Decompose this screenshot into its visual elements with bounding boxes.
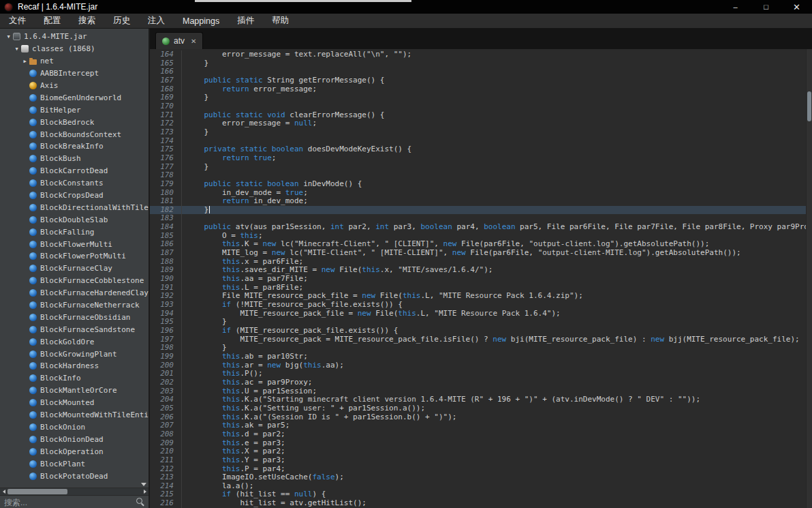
- chevron-down-icon[interactable]: ▼: [4, 34, 13, 40]
- tree-item-net[interactable]: ▶net: [0, 55, 149, 68]
- tree-item-blockbreakinfo[interactable]: BlockBreakInfo: [0, 140, 149, 153]
- code-line[interactable]: 208 this.d = par2;: [150, 430, 812, 439]
- code-line[interactable]: 193 if (!MITE_resource_pack_file.exists(…: [150, 301, 812, 310]
- tree-item-blockoniondead[interactable]: BlockOnionDead: [0, 433, 149, 445]
- code-line[interactable]: 216 hit_list = atv.getHitList();: [150, 499, 812, 508]
- tree-item-blockcarrotdead[interactable]: BlockCarrotDead: [0, 165, 149, 177]
- code-line[interactable]: 187 MITE_log = new lc("MITE-Client", " […: [150, 249, 812, 258]
- menu-file[interactable]: 文件: [0, 14, 35, 29]
- tree-item-biomegenunderworld[interactable]: BiomeGenUnderworld: [0, 91, 149, 104]
- code-line[interactable]: 207 this.ak = par5;: [150, 421, 812, 430]
- tree-item-blockbedrock[interactable]: BlockBedrock: [0, 116, 149, 128]
- code-line[interactable]: 171 public static void clearErrorMessage…: [150, 111, 812, 120]
- tree-item-blockinfo[interactable]: BlockInfo: [0, 372, 149, 385]
- code-line[interactable]: 179 public static boolean inDevMode() {: [150, 180, 812, 189]
- tree-horizontal-scrollbar[interactable]: [0, 488, 149, 495]
- code-line[interactable]: 170: [150, 102, 812, 111]
- tree-item-blockplant[interactable]: BlockPlant: [0, 458, 149, 470]
- hscroll-track[interactable]: [7, 488, 141, 495]
- menu-help[interactable]: 帮助: [263, 14, 298, 29]
- scroll-left-button[interactable]: [0, 488, 7, 496]
- scroll-right-button[interactable]: [141, 488, 149, 496]
- tree-item-1.6.4-mite.jar[interactable]: ▼1.6.4-MITE.jar: [0, 31, 149, 43]
- tab-close-button[interactable]: ✕: [191, 38, 196, 45]
- tree-item-blockflowerpotmulti[interactable]: BlockFlowerPotMulti: [0, 250, 149, 263]
- code-line[interactable]: 177 }: [150, 163, 812, 172]
- tree-item-bithelper[interactable]: BitHelper: [0, 104, 149, 116]
- tree-item-blockfurnacenetherrack[interactable]: BlockFurnaceNetherrack: [0, 299, 149, 312]
- tree-item-blockmountedwithtileentity[interactable]: BlockMountedWithTileEntity: [0, 409, 149, 421]
- tree-item-blockfurnacesandstone[interactable]: BlockFurnaceSandstone: [0, 323, 149, 335]
- code-line[interactable]: 178: [150, 171, 812, 180]
- code-line[interactable]: 192 File MITE_resource_pack_file = new F…: [150, 292, 812, 301]
- menu-history[interactable]: 历史: [104, 14, 139, 29]
- vscroll-thumb[interactable]: [807, 91, 811, 121]
- code-line[interactable]: 176 return true;: [150, 154, 812, 163]
- code-line[interactable]: 213 ImageIO.setUseCache(false);: [150, 473, 812, 482]
- tree-item-blockonion[interactable]: BlockOnion: [0, 421, 149, 434]
- tree-item-blockconstants[interactable]: BlockConstants: [0, 177, 149, 190]
- chevron-down-icon[interactable]: ▼: [12, 46, 21, 52]
- tree-item-classes-1868-[interactable]: ▼classes (1868): [0, 43, 149, 55]
- tree-item-axis[interactable]: Axis: [0, 80, 149, 92]
- code-line[interactable]: 201 this.P();: [150, 370, 812, 378]
- code-line[interactable]: 186 this.K = new lc("Minecraft-Client", …: [150, 240, 812, 249]
- tree-item-blockpotatodead[interactable]: BlockPotatoDead: [0, 470, 149, 482]
- tree-item-aabbintercept[interactable]: AABBIntercept: [0, 68, 149, 80]
- menu-config[interactable]: 配置: [35, 14, 69, 29]
- code-line[interactable]: 198 }: [150, 344, 812, 353]
- code-line[interactable]: 196 if (MITE_resource_pack_file.exists()…: [150, 327, 812, 335]
- minimize-button[interactable]: –: [720, 0, 751, 14]
- code-line[interactable]: 210 this.X = par2;: [150, 447, 812, 456]
- code-line[interactable]: 184 public atv(aus par1Session, int par2…: [150, 223, 812, 232]
- code-line[interactable]: 206 this.K.a("(Session ID is " + par1Ses…: [150, 413, 812, 422]
- maximize-button[interactable]: □: [751, 0, 781, 14]
- code-line[interactable]: 211 this.Y = par3;: [150, 456, 812, 465]
- tree-item-blockgrowingplant[interactable]: BlockGrowingPlant: [0, 348, 149, 360]
- code-line[interactable]: 166: [150, 68, 812, 76]
- chevron-right-icon[interactable]: ▶: [20, 59, 29, 64]
- code-line[interactable]: 197 MITE_resource_pack = MITE_resource_p…: [150, 335, 812, 344]
- code-editor[interactable]: 164 error_message = text.replaceAll("\n"…: [150, 49, 812, 508]
- code-line[interactable]: 191 this.L = par8File;: [150, 284, 812, 293]
- tree-item-blockhardness[interactable]: BlockHardness: [0, 360, 149, 372]
- tab-atv[interactable]: atv ✕: [155, 32, 203, 49]
- editor-vscrollbar[interactable]: [806, 49, 812, 508]
- code-line[interactable]: 203 this.U = par1Session;: [150, 387, 812, 396]
- tree-item-blockfurnaceobsidian[interactable]: BlockFurnaceObsidian: [0, 311, 149, 323]
- code-line[interactable]: 214 la.a();: [150, 482, 812, 491]
- code-line[interactable]: 165 }: [150, 59, 812, 68]
- code-line[interactable]: 194 MITE_resource_pack_file = new File(t…: [150, 310, 812, 318]
- tree-item-blockflowermulti[interactable]: BlockFlowerMulti: [0, 238, 149, 250]
- tree-item-blockoperation[interactable]: BlockOperation: [0, 445, 149, 458]
- code-line[interactable]: 215 if (hit_list == null) {: [150, 490, 812, 499]
- tree-item-blockfurnacecobblestone[interactable]: BlockFurnaceCobblestone: [0, 275, 149, 287]
- tree-item-blockmantleorcore[interactable]: BlockMantleOrCore: [0, 385, 149, 397]
- code-line[interactable]: 183: [150, 214, 812, 223]
- menu-plugins[interactable]: 插件: [228, 14, 263, 29]
- code-line[interactable]: 182 }: [150, 206, 812, 215]
- code-line[interactable]: 180 in_dev_mode = true;: [150, 189, 812, 198]
- tree-item-blockmounted[interactable]: BlockMounted: [0, 397, 149, 409]
- code-line[interactable]: 190 this.aa = par7File;: [150, 275, 812, 284]
- code-line[interactable]: 200 this.ar = new bjg(this.aa);: [150, 361, 812, 370]
- tree-item-blockgoldore[interactable]: BlockGoldOre: [0, 335, 149, 348]
- code-line[interactable]: 168 return error_message;: [150, 85, 812, 94]
- code-line[interactable]: 185 O = this;: [150, 232, 812, 241]
- code-line[interactable]: 174: [150, 137, 812, 146]
- tree-scroll-down-button[interactable]: [141, 483, 146, 486]
- hscroll-thumb[interactable]: [7, 489, 67, 494]
- code-line[interactable]: 199 this.ab = par10Str;: [150, 353, 812, 361]
- code-line[interactable]: 212 this.P = par4;: [150, 465, 812, 474]
- tree-item-blockdoubleslab[interactable]: BlockDoubleSlab: [0, 213, 149, 226]
- tree-item-blockfalling[interactable]: BlockFalling: [0, 226, 149, 238]
- search-input[interactable]: [0, 496, 149, 508]
- code-line[interactable]: 175 private static boolean doesDevModeKe…: [150, 145, 812, 154]
- code-line[interactable]: 204 this.K.a("Starting minecraft client …: [150, 395, 812, 404]
- tree-item-blockfurnacehardenedclay[interactable]: BlockFurnaceHardenedClay: [0, 287, 149, 299]
- tree-item-blockbush[interactable]: BlockBush: [0, 153, 149, 165]
- tree-item-blockcropsdead[interactable]: BlockCropsDead: [0, 190, 149, 202]
- tree-item-blockfurnaceclay[interactable]: BlockFurnaceClay: [0, 263, 149, 275]
- code-line[interactable]: 167 public static String getErrorMessage…: [150, 76, 812, 85]
- code-line[interactable]: 202 this.ac = par9Proxy;: [150, 378, 812, 387]
